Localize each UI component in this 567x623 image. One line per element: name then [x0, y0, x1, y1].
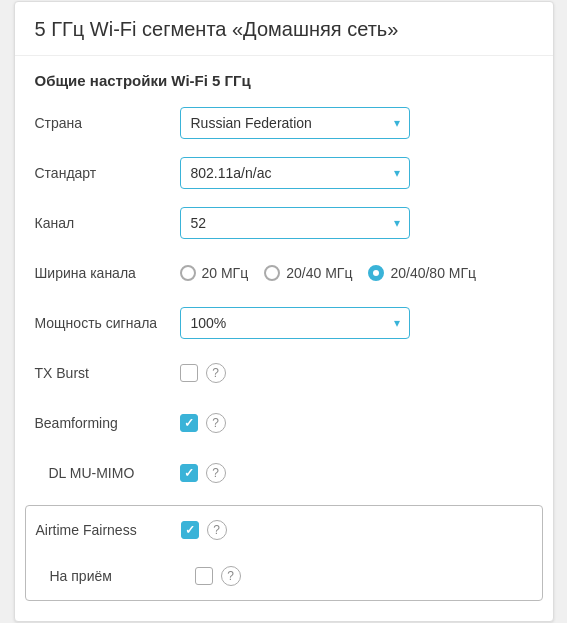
receive-checkbox[interactable]	[195, 567, 213, 585]
country-select[interactable]: Russian Federation	[180, 107, 410, 139]
bandwidth-radio-20[interactable]	[180, 265, 196, 281]
channel-control: 52 ▾	[180, 207, 533, 239]
standard-control: 802.11a/n/ac ▾	[180, 157, 533, 189]
country-row: Страна Russian Federation ▾	[35, 105, 533, 141]
txburst-checkbox[interactable]	[180, 364, 198, 382]
airtime-control: ?	[181, 520, 532, 540]
bandwidth-option-20[interactable]: 20 МГц	[180, 265, 249, 281]
airtime-help-icon[interactable]: ?	[207, 520, 227, 540]
dlmumimo-help-icon[interactable]: ?	[206, 463, 226, 483]
standard-label: Стандарт	[35, 165, 180, 181]
beamforming-row: Beamforming ?	[35, 405, 533, 441]
airtime-row: Airtime Fairness ?	[36, 512, 532, 548]
receive-help-icon[interactable]: ?	[221, 566, 241, 586]
bandwidth-option-2040[interactable]: 20/40 МГц	[264, 265, 352, 281]
bandwidth-radio-group: 20 МГц 20/40 МГц 20/40/80 МГц	[180, 265, 533, 281]
dlmumimo-label: DL MU-MIMO	[35, 465, 180, 481]
page-title: 5 ГГц Wi-Fi сегмента «Домашняя сеть»	[35, 18, 533, 41]
country-select-wrapper: Russian Federation ▾	[180, 107, 410, 139]
bandwidth-label-20: 20 МГц	[202, 265, 249, 281]
receive-row: На приём ?	[36, 558, 532, 594]
beamforming-checkbox-group: ?	[180, 413, 533, 433]
bandwidth-radio-204080[interactable]	[368, 265, 384, 281]
receive-checkbox-group: ?	[195, 566, 532, 586]
beamforming-checkbox[interactable]	[180, 414, 198, 432]
dlmumimo-checkbox-group: ?	[180, 463, 533, 483]
dlmumimo-row: DL MU-MIMO ?	[35, 455, 533, 491]
card-header: 5 ГГц Wi-Fi сегмента «Домашняя сеть»	[15, 2, 553, 56]
power-select[interactable]: 100%	[180, 307, 410, 339]
airtime-checkbox[interactable]	[181, 521, 199, 539]
receive-control: ?	[195, 566, 532, 586]
bandwidth-label-2040: 20/40 МГц	[286, 265, 352, 281]
standard-select[interactable]: 802.11a/n/ac	[180, 157, 410, 189]
dlmumimo-checkbox[interactable]	[180, 464, 198, 482]
standard-row: Стандарт 802.11a/n/ac ▾	[35, 155, 533, 191]
bandwidth-row: Ширина канала 20 МГц 20/40 МГц 20/40/80 …	[35, 255, 533, 291]
settings-card: 5 ГГц Wi-Fi сегмента «Домашняя сеть» Общ…	[14, 1, 554, 622]
airtime-checkbox-group: ?	[181, 520, 532, 540]
country-control: Russian Federation ▾	[180, 107, 533, 139]
dlmumimo-control: ?	[180, 463, 533, 483]
country-label: Страна	[35, 115, 180, 131]
bandwidth-label: Ширина канала	[35, 265, 180, 281]
channel-select-wrapper: 52 ▾	[180, 207, 410, 239]
power-control: 100% ▾	[180, 307, 533, 339]
channel-label: Канал	[35, 215, 180, 231]
beamforming-label: Beamforming	[35, 415, 180, 431]
airtime-label: Airtime Fairness	[36, 522, 181, 538]
section-title: Общие настройки Wi-Fi 5 ГГц	[35, 72, 533, 89]
highlighted-section: Airtime Fairness ? На приём ?	[25, 505, 543, 601]
txburst-label: TX Burst	[35, 365, 180, 381]
beamforming-help-icon[interactable]: ?	[206, 413, 226, 433]
card-body: Общие настройки Wi-Fi 5 ГГц Страна Russi…	[15, 56, 553, 621]
txburst-control: ?	[180, 363, 533, 383]
receive-label: На приём	[50, 568, 195, 584]
channel-select[interactable]: 52	[180, 207, 410, 239]
bandwidth-radio-2040[interactable]	[264, 265, 280, 281]
channel-row: Канал 52 ▾	[35, 205, 533, 241]
power-label: Мощность сигнала	[35, 315, 180, 331]
txburst-row: TX Burst ?	[35, 355, 533, 391]
power-row: Мощность сигнала 100% ▾	[35, 305, 533, 341]
power-select-wrapper: 100% ▾	[180, 307, 410, 339]
bandwidth-option-204080[interactable]: 20/40/80 МГц	[368, 265, 476, 281]
beamforming-control: ?	[180, 413, 533, 433]
standard-select-wrapper: 802.11a/n/ac ▾	[180, 157, 410, 189]
bandwidth-label-204080: 20/40/80 МГц	[390, 265, 476, 281]
bandwidth-control: 20 МГц 20/40 МГц 20/40/80 МГц	[180, 265, 533, 281]
txburst-help-icon[interactable]: ?	[206, 363, 226, 383]
txburst-checkbox-group: ?	[180, 363, 533, 383]
